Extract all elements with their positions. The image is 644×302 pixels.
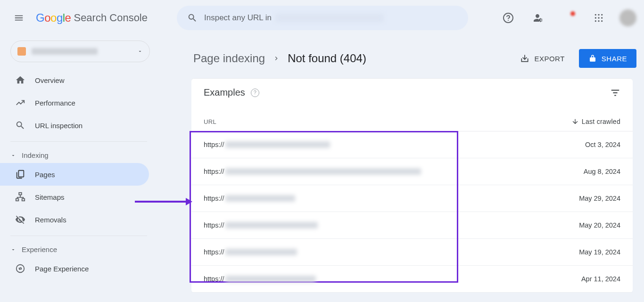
redacted-url-path (225, 168, 421, 175)
nav-overview[interactable]: Overview (0, 69, 191, 91)
redacted-url-path (225, 249, 297, 255)
breadcrumb-row: Page indexing Not found (404) EXPORT SHA… (191, 36, 638, 78)
sidebar: Overview Performance URL inspection Inde… (0, 36, 191, 302)
nav-removals[interactable]: Removals (0, 208, 191, 231)
eye-off-icon (15, 214, 25, 225)
column-last-crawled[interactable]: Last crawled (571, 118, 620, 125)
card-header: Examples ? (191, 79, 633, 112)
app-header: Google Search Console Inspect any URL in (0, 0, 644, 36)
section-label: Experience (22, 245, 57, 253)
redacted-url-path (225, 222, 318, 229)
main-content: Page indexing Not found (404) EXPORT SHA… (191, 36, 644, 302)
card-title: Examples (204, 87, 245, 98)
url-prefix: https:// (204, 275, 224, 283)
svg-point-3 (598, 14, 599, 16)
divider (10, 141, 147, 142)
apps-button[interactable] (589, 8, 608, 27)
last-crawled-date: May 19, 2024 (564, 248, 620, 256)
nav-label: Performance (35, 99, 75, 107)
examples-card: Examples ? URL Last crawled https://Oct … (191, 78, 633, 293)
table-row[interactable]: https://Oct 3, 2024 (191, 131, 633, 158)
last-crawled-date: May 29, 2024 (564, 195, 620, 202)
breadcrumb-current: Not found (404) (288, 52, 366, 65)
url-prefix: https:// (204, 195, 224, 202)
redacted-url-path (225, 141, 330, 148)
last-crawled-date: Apr 11, 2024 (564, 275, 620, 283)
breadcrumb-parent[interactable]: Page indexing (193, 52, 265, 65)
share-button[interactable]: SHARE (579, 49, 636, 68)
notifications-button[interactable] (559, 8, 578, 27)
svg-point-8 (595, 20, 596, 22)
svg-rect-14 (22, 199, 25, 201)
help-button[interactable] (499, 8, 518, 27)
section-indexing[interactable]: Indexing (0, 144, 191, 163)
last-crawled-date: Aug 8, 2024 (564, 168, 620, 175)
chevron-down-icon (10, 153, 16, 158)
svg-rect-12 (19, 193, 22, 195)
redacted-url-path (225, 195, 295, 202)
table-row[interactable]: https://Apr 11, 2024 (191, 266, 633, 293)
table-row[interactable]: https://May 20, 2024 (191, 212, 633, 239)
table-body: https://Oct 3, 2024https://Aug 8, 2024ht… (191, 131, 633, 293)
account-avatar[interactable] (619, 9, 636, 26)
compass-icon (15, 263, 25, 274)
apps-grid-icon (594, 13, 603, 23)
google-wordmark: Google (36, 11, 71, 24)
table-row[interactable]: https://Aug 8, 2024 (191, 158, 633, 185)
url-cell: https:// (204, 141, 564, 148)
last-crawled-date: Oct 3, 2024 (564, 141, 620, 148)
url-prefix: https:// (204, 168, 224, 175)
redacted-property-name (32, 48, 98, 55)
product-logo[interactable]: Google Search Console (36, 11, 148, 24)
table-row[interactable]: https://May 19, 2024 (191, 239, 633, 266)
search-icon (187, 13, 198, 23)
svg-point-6 (598, 17, 599, 18)
svg-point-5 (595, 17, 596, 18)
svg-rect-13 (16, 199, 19, 201)
help-icon (503, 12, 514, 24)
url-cell: https:// (204, 221, 564, 229)
svg-rect-11 (18, 171, 24, 177)
nav-pages[interactable]: Pages (0, 163, 149, 186)
lock-icon (588, 54, 597, 63)
nav-label: Removals (35, 216, 66, 224)
nav-url-inspection[interactable]: URL inspection (0, 114, 191, 137)
chevron-down-icon (10, 247, 16, 253)
table-header-row: URL Last crawled (191, 112, 633, 131)
help-tooltip-button[interactable]: ? (251, 89, 259, 97)
svg-point-4 (601, 14, 603, 16)
nav-page-experience[interactable]: Page Experience (0, 257, 191, 280)
nav-sitemaps[interactable]: Sitemaps (0, 186, 191, 208)
url-cell: https:// (204, 275, 564, 283)
url-prefix: https:// (204, 248, 224, 256)
section-label: Indexing (22, 151, 49, 159)
hamburger-icon (14, 13, 24, 23)
export-button[interactable]: EXPORT (515, 50, 569, 67)
svg-point-7 (601, 17, 603, 18)
nav-performance[interactable]: Performance (0, 91, 191, 114)
search-icon (15, 120, 25, 131)
divider (10, 236, 147, 236)
table-row[interactable]: https://May 29, 2024 (191, 185, 633, 212)
header-actions (499, 8, 636, 27)
column-url[interactable]: URL (204, 118, 571, 125)
manage-users-button[interactable] (529, 8, 548, 27)
hamburger-menu-button[interactable] (8, 7, 30, 29)
sitemap-icon (15, 192, 25, 202)
notification-badge-icon (563, 12, 574, 24)
arrow-down-icon (571, 118, 579, 125)
url-cell: https:// (204, 195, 564, 202)
person-gear-icon (533, 12, 544, 24)
pages-icon (15, 169, 25, 180)
property-selector[interactable] (10, 41, 150, 62)
chevron-right-icon (272, 55, 280, 62)
filter-button[interactable] (610, 88, 620, 98)
url-inspect-search[interactable]: Inspect any URL in (177, 6, 468, 30)
search-placeholder: Inspect any URL in (204, 13, 464, 23)
section-experience[interactable]: Experience (0, 238, 191, 257)
nav-label: URL inspection (35, 122, 83, 130)
nav-label: Overview (35, 76, 65, 84)
examples-table: URL Last crawled https://Oct 3, 2024http… (191, 112, 633, 293)
url-cell: https:// (204, 248, 564, 256)
svg-point-9 (598, 20, 599, 22)
